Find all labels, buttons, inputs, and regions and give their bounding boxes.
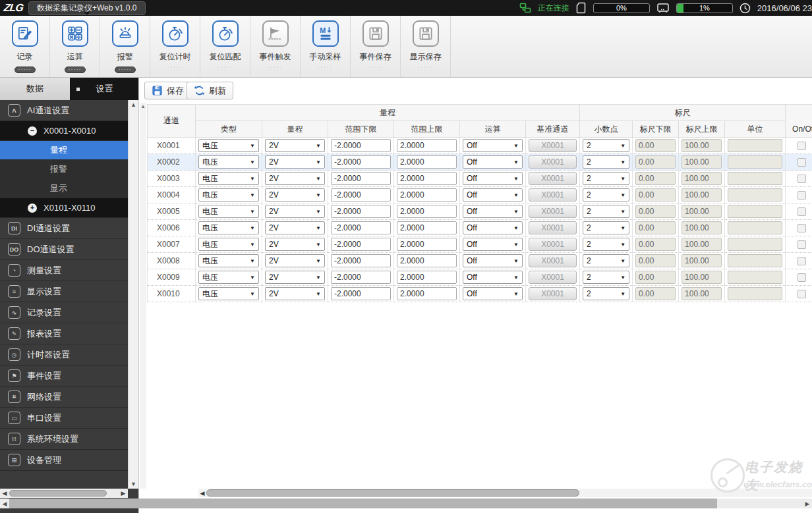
- calc-select[interactable]: Off▼: [463, 172, 523, 185]
- range-high-input[interactable]: [397, 271, 457, 284]
- sidebar-leaf-显示[interactable]: 显示: [0, 179, 128, 198]
- range-high-input[interactable]: [397, 287, 457, 300]
- sidebar-leaf-报警[interactable]: 报警: [0, 160, 128, 179]
- scrollbar-thumb[interactable]: [9, 490, 107, 497]
- range-low-input[interactable]: [331, 172, 391, 185]
- calc-select[interactable]: Off▼: [463, 221, 523, 234]
- range-select[interactable]: 2V▼: [265, 238, 325, 251]
- decimal-select[interactable]: 2▼: [583, 238, 629, 251]
- onoff-checkbox[interactable]: [798, 175, 806, 183]
- calc-select[interactable]: Off▼: [463, 271, 523, 284]
- sidebar-item-event[interactable]: ⚑事件设置: [0, 365, 128, 387]
- toolbar-item-9[interactable]: 显示保存····· ·····: [401, 16, 451, 77]
- decimal-select[interactable]: 2▼: [583, 139, 629, 152]
- sidebar-item-ai-channel[interactable]: AAI通道设置: [0, 100, 128, 121]
- sidebar-item-timer[interactable]: ◷计时器设置: [0, 344, 128, 365]
- calc-select[interactable]: Off▼: [463, 205, 523, 218]
- scrollbar-thumb[interactable]: [9, 499, 717, 508]
- sidebar-horizontal-scrollbar[interactable]: ◀ ▶: [0, 489, 128, 498]
- range-low-input[interactable]: [331, 221, 391, 234]
- range-select[interactable]: 2V▼: [265, 271, 325, 284]
- calc-select[interactable]: Off▼: [463, 188, 523, 202]
- sidebar-item-report[interactable]: ✎报表设置: [0, 323, 128, 344]
- range-high-input[interactable]: [397, 155, 457, 169]
- sidebar-tab-settings[interactable]: 设置: [71, 78, 138, 100]
- range-select[interactable]: 2V▼: [265, 139, 325, 152]
- page-horizontal-scrollbar[interactable]: ◀ ▶: [0, 499, 812, 508]
- toolbar-item-5[interactable]: 复位匹配····· ·····: [200, 16, 250, 77]
- type-select[interactable]: 电压▼: [198, 287, 259, 300]
- scroll-right-arrow-icon[interactable]: ▶: [119, 490, 128, 497]
- calc-select[interactable]: Off▼: [463, 238, 523, 251]
- sidebar-item-record-settings[interactable]: ∿记录设置: [0, 302, 128, 323]
- type-select[interactable]: 电压▼: [198, 172, 259, 185]
- toolbar-item-1[interactable]: 记录·····: [0, 16, 50, 77]
- range-high-input[interactable]: [397, 254, 457, 267]
- sidebar-item-display-settings[interactable]: ≡显示设置: [0, 281, 128, 302]
- range-high-input[interactable]: [397, 238, 457, 251]
- onoff-checkbox[interactable]: [798, 224, 806, 232]
- decimal-select[interactable]: 2▼: [583, 271, 629, 284]
- toolbar-item-6[interactable]: 事件触发····· ·····: [250, 16, 301, 77]
- range-select[interactable]: 2V▼: [265, 172, 325, 185]
- decimal-select[interactable]: 2▼: [583, 172, 629, 185]
- range-select[interactable]: 2V▼: [265, 188, 325, 202]
- type-select[interactable]: 电压▼: [198, 155, 259, 169]
- main-horizontal-scrollbar[interactable]: ◀: [198, 489, 812, 497]
- range-low-input[interactable]: [331, 139, 391, 152]
- main-vertical-scrollbar[interactable]: ▲: [140, 103, 146, 489]
- sidebar-item-di-channel[interactable]: DIDI通道设置: [0, 218, 128, 239]
- range-low-input[interactable]: [331, 238, 391, 251]
- refresh-button[interactable]: 刷新: [187, 82, 233, 99]
- onoff-checkbox[interactable]: [798, 240, 806, 249]
- range-low-input[interactable]: [331, 205, 391, 218]
- sidebar-item-do-channel[interactable]: DODO通道设置: [0, 239, 128, 260]
- sidebar-leaf-量程[interactable]: 量程: [0, 141, 128, 160]
- toolbar-item-4[interactable]: 复位计时····· ·····: [150, 16, 200, 77]
- scroll-left-arrow-icon[interactable]: ◀: [0, 490, 9, 497]
- range-high-input[interactable]: [397, 139, 457, 152]
- range-select[interactable]: 2V▼: [265, 155, 325, 169]
- onoff-checkbox[interactable]: [798, 257, 806, 265]
- save-button[interactable]: 保存: [144, 82, 191, 99]
- range-high-input[interactable]: [397, 221, 457, 234]
- calc-select[interactable]: Off▼: [463, 155, 523, 169]
- range-high-input[interactable]: [397, 188, 457, 202]
- decimal-select[interactable]: 2▼: [583, 205, 629, 218]
- range-low-input[interactable]: [331, 254, 391, 267]
- calc-select[interactable]: Off▼: [463, 287, 523, 300]
- sidebar-vertical-scrollbar[interactable]: ▲ ▼: [128, 100, 138, 489]
- type-select[interactable]: 电压▼: [198, 221, 259, 234]
- range-low-input[interactable]: [331, 271, 391, 284]
- range-low-input[interactable]: [331, 188, 391, 202]
- toolbar-item-8[interactable]: 事件保存····· ·····: [351, 16, 401, 77]
- type-select[interactable]: 电压▼: [198, 139, 259, 152]
- range-select[interactable]: 2V▼: [265, 254, 325, 267]
- calc-select[interactable]: Off▼: [463, 139, 523, 152]
- scroll-up-arrow-icon[interactable]: ▲: [129, 101, 138, 108]
- sidebar-item-measure[interactable]: ◔测量设置: [0, 260, 128, 281]
- range-select[interactable]: 2V▼: [265, 287, 325, 300]
- range-select[interactable]: 2V▼: [265, 221, 325, 234]
- range-low-input[interactable]: [331, 287, 391, 300]
- range-high-input[interactable]: [397, 205, 457, 218]
- range-select[interactable]: 2V▼: [265, 205, 325, 218]
- scroll-left-arrow-icon[interactable]: ◀: [0, 500, 9, 507]
- decimal-select[interactable]: 2▼: [583, 188, 629, 202]
- type-select[interactable]: 电压▼: [198, 254, 259, 267]
- scroll-right-arrow-icon[interactable]: ▶: [803, 500, 812, 507]
- app-title-tab[interactable]: 数据采集记录仪+Web v1.0.0: [28, 1, 146, 15]
- collapse-minus-icon[interactable]: −: [28, 126, 37, 136]
- scroll-up-arrow-icon[interactable]: ▲: [140, 103, 146, 109]
- onoff-checkbox[interactable]: [798, 273, 806, 282]
- onoff-checkbox[interactable]: [798, 191, 806, 200]
- decimal-select[interactable]: 2▼: [583, 221, 629, 234]
- onoff-checkbox[interactable]: [798, 142, 806, 150]
- toolbar-item-3[interactable]: 报警·····: [100, 16, 150, 77]
- range-low-input[interactable]: [331, 155, 391, 169]
- sidebar-item-serial-port[interactable]: ▭串口设置: [0, 408, 128, 429]
- sidebar-item-device-manage[interactable]: ⊞设备管理: [0, 450, 128, 471]
- sidebar-tab-data[interactable]: 数据: [0, 78, 71, 100]
- onoff-checkbox[interactable]: [798, 207, 806, 216]
- type-select[interactable]: 电压▼: [198, 271, 259, 284]
